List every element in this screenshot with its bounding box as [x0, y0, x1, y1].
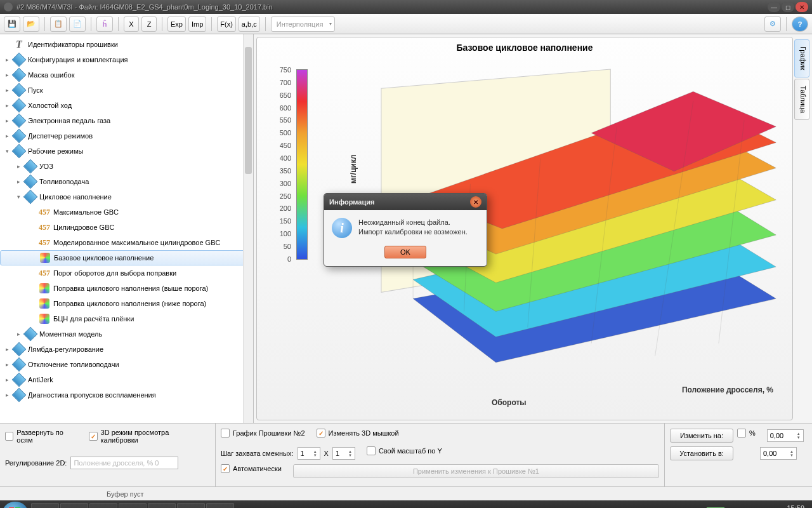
- tree-expander[interactable]: ▸: [3, 375, 11, 384]
- own-scale-checkbox[interactable]: Свой масштаб по Y: [367, 446, 442, 455]
- percent-checkbox[interactable]: %: [737, 429, 756, 438]
- graph2-checkbox[interactable]: График Прошивки №2: [221, 429, 305, 438]
- tree-expander[interactable]: [28, 223, 37, 232]
- tree-item[interactable]: ▸Конфигурация и комплектация: [0, 52, 253, 67]
- tree-item[interactable]: ▸Отключение топливоподачи: [0, 357, 253, 372]
- tree-expander[interactable]: ▸: [3, 116, 11, 125]
- change-to-button[interactable]: Изменить на:: [670, 429, 733, 443]
- tree-expander[interactable]: [29, 253, 37, 262]
- step-y-input[interactable]: 1▲▼: [332, 447, 355, 460]
- settings-button[interactable]: ⚙: [764, 17, 781, 32]
- tree-item[interactable]: ▾Рабочие режимы: [0, 144, 253, 159]
- window-close-button[interactable]: ✕: [796, 2, 808, 12]
- tree-expander[interactable]: ▾: [3, 147, 11, 156]
- tree-expander[interactable]: ▸: [14, 162, 23, 171]
- expand-axes-checkbox[interactable]: Развернуть по осям: [5, 429, 77, 444]
- imp-button[interactable]: Imp: [188, 17, 206, 32]
- open-button[interactable]: 📂: [23, 17, 39, 32]
- tree-expander[interactable]: [28, 284, 37, 293]
- tree-item[interactable]: ▸Диспетчер режимов: [0, 128, 253, 144]
- tree-item[interactable]: БЦН для расчёта плёнки: [0, 311, 253, 326]
- tree-expander[interactable]: ▾: [14, 192, 23, 201]
- task-app1[interactable]: ▦: [119, 503, 147, 508]
- reg2d-input[interactable]: Положение дросселя, % 0: [70, 457, 178, 469]
- tree-expander[interactable]: ▸: [3, 86, 11, 95]
- tab-table[interactable]: Таблица: [794, 79, 809, 120]
- tree-item[interactable]: 457Цилиндровое GBC: [0, 220, 253, 235]
- tree-item[interactable]: ▸Топливоподача: [0, 174, 253, 189]
- tree-expander[interactable]: ▸: [3, 131, 11, 140]
- auto-checkbox[interactable]: Автоматически: [221, 464, 282, 473]
- dialog-ok-button[interactable]: OK: [384, 246, 426, 258]
- task-ie[interactable]: e: [31, 503, 59, 508]
- interpolation-combo[interactable]: Интерполяция: [271, 17, 336, 32]
- task-app4[interactable]: ◈: [206, 503, 234, 508]
- help-button[interactable]: ?: [792, 17, 808, 32]
- dialog-titlebar[interactable]: Информация ✕: [324, 194, 487, 210]
- exp-button[interactable]: Exp: [167, 17, 186, 32]
- tree-item[interactable]: ▸Диагностика пропусков воспламенения: [0, 387, 253, 403]
- tree-expander[interactable]: ▸: [14, 177, 23, 186]
- tree-item[interactable]: ▸AntiJerk: [0, 372, 253, 387]
- tree-item[interactable]: 457Максимальное GBC: [0, 204, 253, 220]
- apply-changes-button[interactable]: Применить изменения к Прошивке №1: [293, 464, 659, 478]
- x-button[interactable]: X: [124, 17, 139, 32]
- tree-item[interactable]: ▸Пуск: [0, 83, 253, 98]
- tree-item[interactable]: ▸Электронная педаль газа: [0, 113, 253, 128]
- fx-button[interactable]: F(x): [217, 17, 236, 32]
- window-minimize-button[interactable]: —: [768, 2, 780, 12]
- tree-item-label: Порог оборотов для выбора поправки: [53, 269, 176, 277]
- calibration-tree[interactable]: TИдентификаторы прошивки▸Конфигурация и …: [0, 34, 253, 405]
- tree-expander[interactable]: ▸: [3, 345, 11, 354]
- start-button[interactable]: [3, 502, 28, 508]
- task-app3[interactable]: ▣: [177, 503, 205, 508]
- tab-graph[interactable]: График: [794, 39, 809, 77]
- set-to-button[interactable]: Установить в:: [670, 446, 733, 460]
- tree-item-label: Рабочие режимы: [28, 147, 83, 155]
- tree-item[interactable]: ▸Моментная модель: [0, 326, 253, 342]
- tree-item[interactable]: ▾Цикловое наполнение: [0, 189, 253, 204]
- step-x-input[interactable]: 1▲▼: [298, 447, 320, 460]
- tree-item[interactable]: Поправка циклового наполнения (ниже поро…: [0, 296, 253, 311]
- task-media[interactable]: ▶: [89, 503, 117, 508]
- diamond-icon: [24, 190, 37, 203]
- taskbar: e 📁 ▶ ▦ 🖥 ▣ ◈ EN ▂▄▆ 📶 97% ▴ ⚑ 🔊 15:59 3…: [0, 500, 812, 508]
- tree-expander[interactable]: ▸: [3, 55, 11, 64]
- dialog-close-button[interactable]: ✕: [470, 196, 481, 208]
- mode-3d-checkbox[interactable]: 3D режим просмотра калибровки: [89, 429, 202, 444]
- task-explorer[interactable]: 📁: [60, 503, 88, 508]
- tree-expander[interactable]: [28, 299, 37, 308]
- change-value-input[interactable]: 0,00▲▼: [767, 429, 804, 442]
- copy-button[interactable]: 📋: [50, 17, 67, 32]
- tree-expander[interactable]: ▸: [3, 101, 11, 110]
- tree-item[interactable]: 457Порог оборотов для выбора поправки: [0, 265, 253, 281]
- tree-item[interactable]: ▸УОЗ: [0, 159, 253, 174]
- tree-item[interactable]: ▸Маска ошибок: [0, 67, 253, 83]
- tree-expander[interactable]: ▸: [14, 330, 23, 338]
- tree-expander[interactable]: [28, 269, 37, 277]
- tree-expander[interactable]: ▸: [3, 391, 11, 399]
- tree-item[interactable]: Поправка циклового наполнения (выше поро…: [0, 281, 253, 296]
- tree-expander[interactable]: [3, 40, 11, 49]
- save-button[interactable]: 💾: [4, 17, 20, 32]
- tree-item[interactable]: Базовое цикловое наполнение: [0, 250, 253, 265]
- window-maximize-button[interactable]: ◻: [782, 2, 794, 12]
- tree-expander[interactable]: [28, 208, 37, 217]
- mouse3d-checkbox[interactable]: Изменять 3D мышкой: [317, 429, 399, 438]
- tree-item[interactable]: ▸Холостой ход: [0, 98, 253, 113]
- clock[interactable]: 15:59 30.10.2017: [769, 504, 804, 508]
- abc-button[interactable]: a,b,c: [239, 17, 260, 32]
- set-value-input[interactable]: 0,00▲▼: [760, 447, 797, 460]
- paste-button[interactable]: 📄: [69, 17, 86, 32]
- tree-expander[interactable]: [28, 238, 37, 247]
- tree-item[interactable]: ▸Лямбда-регулирование: [0, 342, 253, 357]
- tree-expander[interactable]: ▸: [3, 70, 11, 79]
- task-app2[interactable]: 🖥: [148, 503, 176, 508]
- tree-expander[interactable]: [28, 314, 37, 323]
- tree-scrollbar[interactable]: [243, 34, 253, 423]
- tree-expander[interactable]: ▸: [3, 360, 11, 369]
- tree-item[interactable]: TИдентификаторы прошивки: [0, 37, 253, 52]
- z-button[interactable]: Z: [141, 17, 157, 32]
- tree-item[interactable]: 457Моделированное максимальное цилиндров…: [0, 235, 253, 250]
- find-button[interactable]: ĥ: [96, 17, 113, 32]
